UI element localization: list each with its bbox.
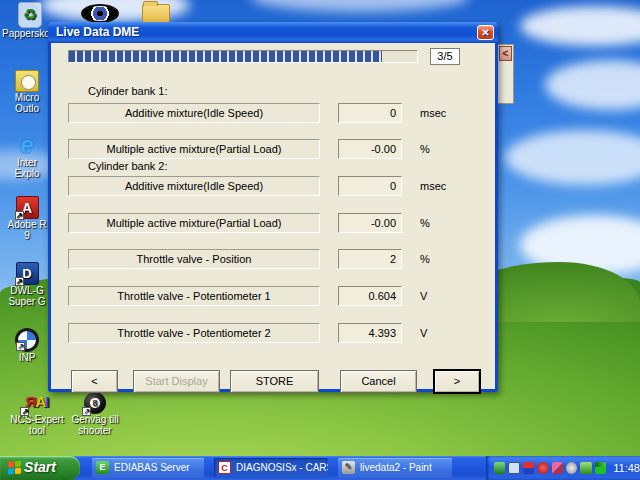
folder-icon	[142, 4, 170, 23]
field-value: 2	[338, 249, 402, 269]
field-value: 0	[338, 103, 402, 123]
field-label: Multiple active mixture(Partial Load)	[68, 139, 320, 159]
start-display-button: Start Display	[133, 370, 220, 393]
icon-label: Outlo	[2, 103, 52, 114]
shortcut-arrow-icon: ↗	[16, 342, 25, 351]
next-page-button[interactable]: >	[434, 370, 480, 393]
diagnosis-icon: C	[218, 461, 231, 474]
desktop-icon-inpa[interactable]: ↗ INP	[2, 328, 52, 363]
icon-label: Super G	[2, 296, 52, 307]
field-unit: msec	[420, 103, 446, 123]
dialog-body: 3/5 Cylinder bank 1: Additive mixture(Id…	[51, 43, 495, 389]
desktop-icon-dwl-g-super-g[interactable]: D ↗ DWL-G Super G	[2, 262, 52, 307]
eye-icon	[81, 4, 119, 23]
icon-label: shooter	[62, 425, 128, 436]
field-value: 0	[338, 176, 402, 196]
field-label: Multiple active mixture(Partial Load)	[68, 213, 320, 233]
cancel-button[interactable]: Cancel	[340, 370, 417, 393]
close-button[interactable]: ✕	[477, 25, 494, 40]
desktop-icon-folder[interactable]	[138, 0, 174, 23]
tray-antivirus-icon[interactable]	[537, 462, 548, 474]
desktop-icon-outlook[interactable]: Micro Outlo	[2, 70, 52, 114]
taskbar-window-ediabas[interactable]: E EDIABAS Server	[92, 458, 204, 478]
eight-ball-icon: 8 ↗	[84, 392, 106, 414]
dwl-icon: D ↗	[16, 262, 39, 285]
tray-display-icon[interactable]	[508, 462, 520, 474]
desktop-icon-ncs-expert[interactable]: ЯAI ↗ NCS-Expert tool	[4, 392, 70, 436]
desktop-icon-internet-explorer[interactable]: e Inter Explo	[2, 133, 52, 179]
icon-label: Explo	[2, 168, 52, 179]
field-label: Throttle valve - Potentiometer 2	[68, 323, 320, 343]
desktop-icon-eye[interactable]	[78, 4, 122, 23]
system-tray: 11:48	[486, 456, 640, 480]
bmw-roundel-icon: ↗	[15, 328, 39, 352]
live-data-dme-dialog: Live Data DME ✕ 3/5 Cylinder bank 1: Add…	[48, 22, 498, 392]
cloud	[520, 6, 640, 46]
dialog-title: Live Data DME	[56, 25, 139, 39]
progress-bar-fill	[69, 51, 382, 62]
outlook-icon	[15, 70, 39, 92]
ediabas-icon: E	[96, 461, 109, 474]
field-unit: %	[420, 249, 430, 269]
paint-icon: ✎	[342, 461, 355, 474]
icon-label: 9	[2, 230, 52, 241]
icon-label: INP	[2, 352, 52, 363]
background-window-fragment: <	[497, 44, 514, 104]
tray-ediabas-icon[interactable]	[494, 462, 505, 474]
desktop-icon-shooter[interactable]: 8 ↗ Genväg till shooter	[62, 392, 128, 436]
scroll-left-button[interactable]: <	[499, 46, 512, 61]
field-label: Additive mixture(Idle Speed)	[68, 176, 320, 196]
page-counter: 3/5	[430, 48, 460, 65]
icon-label: DWL-G	[2, 285, 52, 296]
section-header: Cylinder bank 1:	[88, 85, 168, 97]
field-unit: V	[420, 286, 427, 306]
tray-signal-icon[interactable]	[595, 462, 606, 474]
windows-logo-icon	[8, 461, 22, 476]
icon-label: NCS-Expert	[4, 414, 70, 425]
cloud	[505, 130, 640, 185]
field-unit: V	[420, 323, 427, 343]
progress-bar	[68, 50, 418, 63]
field-label: Throttle valve - Position	[68, 249, 320, 269]
field-label: Additive mixture(Idle Speed)	[68, 103, 320, 123]
tray-shield-icon[interactable]	[580, 462, 591, 474]
field-unit: msec	[420, 176, 446, 196]
cloud	[545, 60, 640, 110]
icon-label: tool	[4, 425, 70, 436]
tray-battery-icon[interactable]	[523, 462, 534, 474]
shortcut-arrow-icon: ↗	[15, 211, 24, 220]
taskbar: Start E EDIABAS Server C DIAGNOSISx - CA…	[0, 456, 640, 480]
tray-network-icon[interactable]	[552, 462, 563, 474]
internet-explorer-icon: e	[15, 133, 39, 157]
ncs-expert-icon: ЯAI ↗	[22, 392, 52, 414]
start-button-label: Start	[24, 459, 56, 475]
taskbar-window-diagnosis[interactable]: C DIAGNOSISx - CARS...	[214, 458, 328, 478]
icon-label: Adobe R	[2, 219, 52, 230]
shortcut-arrow-icon: ↗	[15, 277, 24, 286]
field-unit: %	[420, 213, 430, 233]
start-button[interactable]: Start	[0, 456, 80, 480]
icon-label: Genväg till	[62, 414, 128, 425]
field-value: 0.604	[338, 286, 402, 306]
field-value: 4.393	[338, 323, 402, 343]
field-value: -0.00	[338, 213, 402, 233]
field-unit: %	[420, 139, 430, 159]
taskbar-window-paint[interactable]: ✎ livedata2 - Paint	[338, 458, 452, 478]
adobe-reader-icon: A ↗	[16, 196, 39, 219]
cloud	[250, 0, 470, 12]
field-label: Throttle valve - Potentiometer 1	[68, 286, 320, 306]
desktop-icon-adobe-reader[interactable]: A ↗ Adobe R 9	[2, 196, 52, 241]
tray-clock-utility-icon[interactable]	[566, 462, 577, 474]
taskbar-clock: 11:48	[613, 462, 640, 474]
shortcut-arrow-icon: ↗	[20, 407, 29, 416]
recycle-bin-icon: ♻	[18, 2, 42, 28]
dialog-titlebar[interactable]: Live Data DME ✕	[48, 22, 498, 43]
previous-page-button[interactable]: <	[71, 370, 118, 393]
field-value: -0.00	[338, 139, 402, 159]
store-button[interactable]: STORE	[230, 370, 319, 393]
shortcut-arrow-icon: ↗	[82, 407, 91, 416]
icon-label: Micro	[2, 92, 52, 103]
section-header: Cylinder bank 2:	[88, 160, 168, 172]
icon-label: Inter	[2, 157, 52, 168]
